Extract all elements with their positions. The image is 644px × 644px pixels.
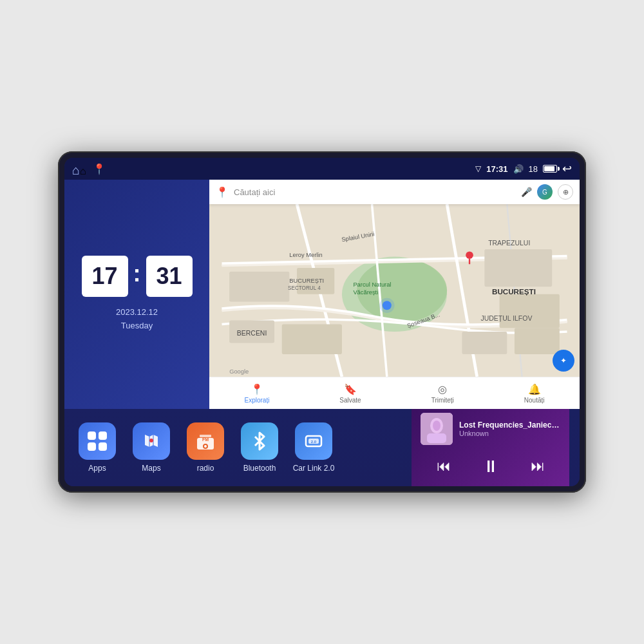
car-display-device: ⌂ 📍 ▽ 17:31 🔊 18 ↩ 17 [58, 151, 586, 493]
music-info-row: Lost Frequencies_Janieck Devy-... Unknow… [421, 413, 560, 445]
explore-icon: 📍 [251, 383, 263, 395]
carlink-icon-box: 2.0 [295, 422, 332, 460]
clock-colon: : [133, 260, 141, 287]
music-thumbnail-image [421, 413, 453, 445]
app-icon-bluetooth[interactable]: Bluetooth [237, 422, 282, 473]
app-icon-carlink[interactable]: 2.0 Car Link 2.0 [291, 422, 336, 473]
svg-text:✦: ✦ [560, 356, 567, 365]
svg-text:Google: Google [229, 368, 249, 375]
svg-text:FM: FM [202, 437, 209, 442]
svg-text:2.0: 2.0 [311, 440, 317, 444]
svg-text:Văcărești: Văcărești [353, 289, 378, 296]
top-section: 17 : 31 2023.12.12 Tuesday 📍 Căutați aic… [64, 180, 580, 409]
map-bottom-nav: 📍 Explorați 🔖 Salvate ◎ Trimiteți 🔔 [209, 377, 580, 409]
svg-point-28 [466, 251, 473, 259]
clock-hour: 17 [82, 256, 128, 297]
main-content: 17 : 31 2023.12.12 Tuesday 📍 Căutați aic… [64, 180, 580, 486]
map-nav-explore[interactable]: 📍 Explorați [244, 383, 269, 404]
clock-minute: 31 [146, 256, 193, 297]
svg-text:Leroy Merlin: Leroy Merlin [289, 252, 322, 258]
map-layers-button[interactable]: ⊕ [558, 184, 573, 200]
svg-text:BERCENI: BERCENI [237, 330, 267, 337]
radio-label: radio [197, 464, 214, 473]
svg-text:JUDEȚUL ILFOV: JUDEȚUL ILFOV [481, 315, 533, 322]
map-nav-send[interactable]: ◎ Trimiteți [431, 383, 454, 404]
map-mic-icon[interactable]: 🎤 [521, 187, 532, 197]
map-background: TRAPEZULUI BUCUREȘTI JUDEȚUL ILFOV Parcu… [209, 204, 580, 377]
map-search-pin: 📍 [216, 186, 229, 198]
map-nav-saved[interactable]: 🔖 Salvate [339, 383, 361, 404]
music-text: Lost Frequencies_Janieck Devy-... Unknow… [459, 421, 560, 437]
music-player: Lost Frequencies_Janieck Devy-... Unknow… [412, 406, 569, 487]
svg-rect-16 [515, 328, 560, 354]
home-icon[interactable]: ⌂ [72, 163, 86, 175]
radio-icon-box: FM [187, 422, 224, 460]
music-title: Lost Frequencies_Janieck Devy-... [459, 421, 560, 430]
svg-text:TRAPEZULUI: TRAPEZULUI [488, 240, 530, 247]
explore-label: Explorați [244, 397, 269, 404]
status-time: 17:31 [486, 164, 507, 174]
map-widget[interactable]: 📍 Căutați aici 🎤 G ⊕ [209, 180, 580, 409]
app-icon-apps[interactable]: Apps [75, 422, 120, 473]
send-icon: ◎ [438, 383, 447, 395]
clock-display: 17 : 31 [82, 256, 193, 297]
svg-rect-11 [484, 249, 552, 287]
device-screen: ⌂ 📍 ▽ 17:31 🔊 18 ↩ 17 [64, 158, 580, 486]
music-artist: Unknown [459, 430, 560, 437]
status-bar: ⌂ 📍 ▽ 17:31 🔊 18 ↩ [64, 158, 580, 180]
music-controls: ⏮ ⏸ ⏭ [421, 450, 560, 483]
apps-label: Apps [88, 464, 106, 473]
map-nav-news[interactable]: 🔔 Noutăți [524, 383, 545, 404]
music-play-button[interactable]: ⏸ [477, 454, 504, 479]
app-icons-row: Apps Maps [75, 422, 412, 473]
news-icon: 🔔 [528, 383, 541, 395]
svg-text:SECTORUL 4: SECTORUL 4 [288, 285, 321, 291]
maps-icon-box [133, 422, 170, 460]
svg-rect-50 [427, 433, 446, 443]
signal-icon: ▽ [475, 164, 481, 173]
map-compass-button[interactable]: ✦ [553, 350, 574, 372]
app-icon-radio[interactable]: FM radio [183, 422, 228, 473]
saved-icon: 🔖 [344, 383, 357, 395]
map-avatar[interactable]: G [537, 184, 553, 200]
map-pin-icon[interactable]: 📍 [93, 163, 106, 175]
status-left: ⌂ 📍 [72, 163, 106, 175]
svg-point-49 [433, 421, 440, 431]
clock-day-value: Tuesday [116, 319, 158, 333]
app-icon-maps[interactable]: Maps [129, 422, 174, 473]
app-bar: Apps Maps [64, 409, 580, 486]
battery-icon [543, 165, 557, 173]
map-search-field[interactable]: Căutați aici [234, 187, 516, 197]
apps-icon-box [79, 422, 116, 460]
bluetooth-label: Bluetooth [243, 464, 276, 473]
maps-label: Maps [142, 464, 160, 473]
svg-rect-12 [500, 294, 560, 328]
music-prev-button[interactable]: ⏮ [431, 455, 456, 477]
svg-text:BUCUREȘTI: BUCUREȘTI [492, 287, 536, 296]
bluetooth-icon-box [241, 422, 278, 460]
svg-rect-15 [462, 332, 507, 354]
volume-icon: 🔊 [513, 164, 524, 174]
svg-point-31 [379, 298, 394, 313]
news-label: Noutăți [524, 397, 545, 404]
music-thumbnail [421, 413, 453, 445]
saved-label: Salvate [339, 397, 361, 404]
svg-rect-43 [200, 435, 211, 437]
send-label: Trimiteți [431, 397, 454, 404]
clock-date-value: 2023.12.12 [116, 306, 158, 319]
music-next-button[interactable]: ⏭ [526, 455, 550, 477]
back-icon[interactable]: ↩ [562, 162, 572, 176]
carlink-label: Car Link 2.0 [293, 464, 335, 473]
clock-widget: 17 : 31 2023.12.12 Tuesday [64, 180, 209, 409]
svg-rect-14 [282, 324, 342, 354]
svg-point-38 [149, 439, 153, 442]
svg-point-42 [204, 445, 207, 448]
svg-text:BUCUREȘTI: BUCUREȘTI [289, 278, 324, 284]
map-topbar: 📍 Căutați aici 🎤 G ⊕ [209, 180, 580, 204]
svg-text:Parcul Natural: Parcul Natural [353, 281, 391, 288]
clock-date: 2023.12.12 Tuesday [116, 306, 158, 333]
volume-level: 18 [529, 164, 538, 174]
status-right: ▽ 17:31 🔊 18 ↩ [475, 162, 572, 176]
svg-rect-9 [229, 272, 289, 302]
